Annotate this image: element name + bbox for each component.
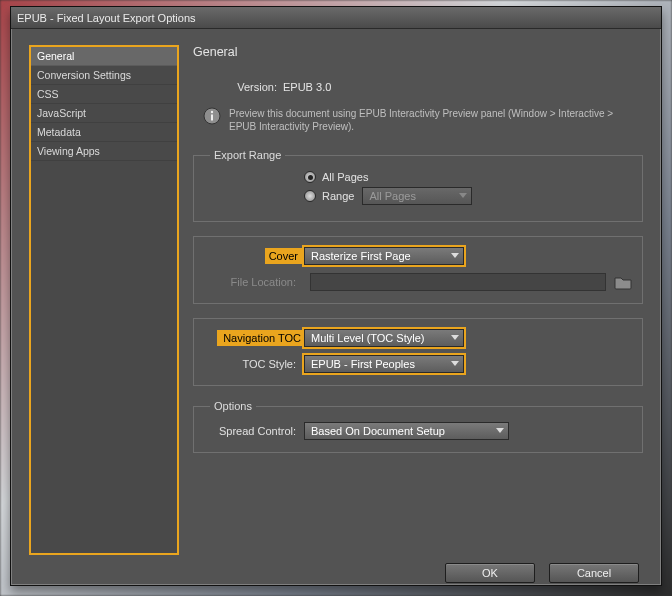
radio-all-pages[interactable] bbox=[304, 171, 316, 183]
folder-icon[interactable] bbox=[614, 275, 632, 290]
sidebar-item-label: Conversion Settings bbox=[37, 69, 131, 81]
settings-panel: General Version: EPUB 3.0 Preview this d… bbox=[193, 45, 643, 555]
sidebar-item-label: CSS bbox=[37, 88, 59, 100]
toc-style-select[interactable]: EPUB - First Peoples bbox=[304, 355, 464, 373]
radio-all-pages-label: All Pages bbox=[322, 171, 368, 183]
category-sidebar: General Conversion Settings CSS JavaScri… bbox=[29, 45, 179, 555]
export-range-group: Export Range All Pages Range All Pages bbox=[193, 149, 643, 222]
sidebar-item-general[interactable]: General bbox=[31, 47, 177, 66]
preview-hint-row: Preview this document using EPUB Interac… bbox=[193, 107, 643, 133]
nav-toc-select[interactable]: Multi Level (TOC Style) bbox=[304, 329, 464, 347]
main-area: General Conversion Settings CSS JavaScri… bbox=[11, 29, 661, 555]
version-row: Version: EPUB 3.0 bbox=[193, 81, 643, 93]
range-select[interactable]: All Pages bbox=[362, 187, 472, 205]
file-location-label: File Location: bbox=[204, 276, 304, 288]
panel-heading: General bbox=[193, 45, 643, 59]
spread-control-select[interactable]: Based On Document Setup bbox=[304, 422, 509, 440]
sidebar-item-label: Viewing Apps bbox=[37, 145, 100, 157]
nav-toc-label: Navigation TOC bbox=[217, 330, 304, 346]
svg-point-2 bbox=[211, 111, 213, 113]
sidebar-item-css[interactable]: CSS bbox=[31, 85, 177, 104]
radio-range-row[interactable]: Range All Pages bbox=[304, 187, 632, 205]
sidebar-item-label: JavaScript bbox=[37, 107, 86, 119]
dialog-button-row: OK Cancel bbox=[11, 555, 661, 591]
ok-button[interactable]: OK bbox=[445, 563, 535, 583]
options-group: Options Spread Control: Based On Documen… bbox=[193, 400, 643, 453]
preview-hint-text: Preview this document using EPUB Interac… bbox=[229, 107, 619, 133]
spread-control-row: Spread Control: Based On Document Setup bbox=[204, 422, 632, 440]
spread-control-label: Spread Control: bbox=[204, 425, 304, 437]
sidebar-item-viewing-apps[interactable]: Viewing Apps bbox=[31, 142, 177, 161]
info-icon bbox=[203, 107, 221, 125]
export-range-legend: Export Range bbox=[210, 149, 285, 161]
nav-toc-row: Navigation TOC Multi Level (TOC Style) bbox=[204, 329, 632, 347]
sidebar-item-conversion-settings[interactable]: Conversion Settings bbox=[31, 66, 177, 85]
sidebar-item-label: General bbox=[37, 50, 74, 62]
toc-style-label: TOC Style: bbox=[204, 358, 304, 370]
dialog-content: General Conversion Settings CSS JavaScri… bbox=[11, 29, 661, 585]
title-bar[interactable]: EPUB - Fixed Layout Export Options bbox=[11, 7, 661, 29]
version-label: Version: bbox=[193, 81, 283, 93]
cover-group: Cover Rasterize First Page File Location… bbox=[193, 236, 643, 304]
toc-style-row: TOC Style: EPUB - First Peoples bbox=[204, 355, 632, 373]
sidebar-item-label: Metadata bbox=[37, 126, 81, 138]
version-value: EPUB 3.0 bbox=[283, 81, 331, 93]
cancel-button[interactable]: Cancel bbox=[549, 563, 639, 583]
file-location-input[interactable] bbox=[310, 273, 606, 291]
cover-label: Cover bbox=[265, 248, 304, 264]
radio-range[interactable] bbox=[304, 190, 316, 202]
radio-range-label: Range bbox=[322, 190, 354, 202]
radio-all-pages-row[interactable]: All Pages bbox=[304, 171, 632, 183]
cover-row: Cover Rasterize First Page bbox=[204, 247, 632, 265]
cover-select[interactable]: Rasterize First Page bbox=[304, 247, 464, 265]
sidebar-item-javascript[interactable]: JavaScript bbox=[31, 104, 177, 123]
sidebar-item-metadata[interactable]: Metadata bbox=[31, 123, 177, 142]
options-legend: Options bbox=[210, 400, 256, 412]
window-title: EPUB - Fixed Layout Export Options bbox=[17, 12, 196, 24]
svg-rect-1 bbox=[211, 115, 213, 121]
file-location-row: File Location: bbox=[204, 273, 632, 291]
export-dialog: EPUB - Fixed Layout Export Options Gener… bbox=[10, 6, 662, 586]
navigation-toc-group: Navigation TOC Multi Level (TOC Style) T… bbox=[193, 318, 643, 386]
